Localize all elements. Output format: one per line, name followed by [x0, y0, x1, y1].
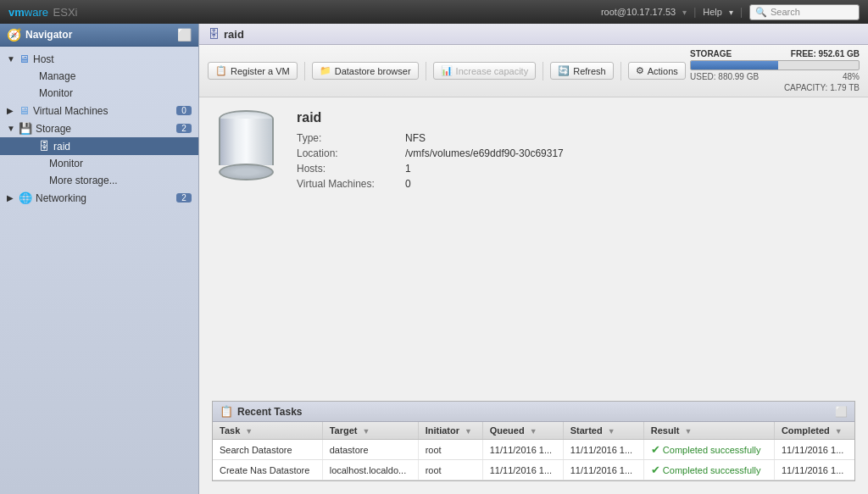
toolbar: 📋 Register a VM 📁 Datastore browser 📊 In…	[199, 45, 868, 97]
result-cell: ✔ Completed successfully	[643, 460, 774, 480]
queued-cell: 11/11/2016 1...	[482, 460, 563, 480]
vms-value: 0	[405, 178, 855, 190]
result-text: Completed successfully	[663, 445, 761, 455]
register-vm-button[interactable]: 📋 Register a VM	[208, 62, 298, 80]
sidebar-item-manage-label: Manage	[39, 70, 192, 82]
initiator-sort-icon: ▼	[465, 427, 472, 436]
result-cell: ✔ Completed successfully	[643, 440, 774, 460]
tasks-header-icon: 📋	[220, 405, 233, 418]
initiator-cell: root	[418, 440, 482, 460]
sidebar-item-manage[interactable]: Manage	[0, 68, 198, 85]
col-queued[interactable]: Queued ▼	[482, 422, 563, 440]
col-task[interactable]: Task ▼	[213, 422, 322, 440]
main-layout: 🧭 Navigator ⬜ ▼ 🖥 Host Manage Monitor	[0, 24, 868, 494]
actions-button[interactable]: ⚙ Actions	[628, 62, 686, 80]
sidebar-item-raid-label: raid	[53, 141, 192, 153]
location-label: Location:	[297, 147, 398, 159]
col-result[interactable]: Result ▼	[643, 422, 774, 440]
vms-badge: 0	[176, 106, 192, 115]
target-cell: datastore	[322, 440, 418, 460]
page-title: raid	[224, 28, 244, 41]
datastore-info-section: raid Type: NFS Location: /vmfs/volumes/e…	[212, 110, 855, 190]
content-area: 🗄 raid 📋 Register a VM 📁 Datastore brows…	[199, 24, 868, 494]
networking-toggle-icon: ▶	[7, 193, 15, 203]
increase-capacity-button[interactable]: 📊 Increase capacity	[433, 62, 537, 80]
sidebar-title: Navigator	[25, 29, 72, 41]
toolbar-sep3	[542, 62, 543, 80]
sidebar-nav-icon: 🧭	[7, 28, 21, 42]
col-target[interactable]: Target ▼	[322, 422, 418, 440]
task-cell: Search Datastore	[213, 440, 322, 460]
datastore-browser-button[interactable]: 📁 Datastore browser	[312, 62, 419, 80]
sidebar-item-storage[interactable]: ▼ 💾 Storage 2	[0, 119, 198, 137]
register-vm-icon: 📋	[215, 65, 227, 76]
type-label: Type:	[297, 132, 398, 144]
completed-cell: 11/11/2016 1...	[774, 460, 854, 480]
sidebar-item-monitor-host[interactable]: Monitor	[0, 85, 198, 102]
storage-badge: 2	[176, 124, 192, 133]
actions-icon: ⚙	[636, 65, 644, 76]
user-menu[interactable]: root@10.17.17.53	[601, 7, 676, 17]
header-controls: root@10.17.17.53 ▾ | Help ▾ | 🔍 Search	[601, 4, 860, 20]
hosts-value: 1	[405, 163, 855, 175]
storage-toggle-icon: ▼	[7, 124, 15, 133]
started-cell: 11/11/2016 1...	[563, 460, 643, 480]
refresh-label: Refresh	[573, 66, 606, 76]
sidebar-title-area: 🧭 Navigator	[7, 28, 72, 42]
sidebar-item-monitor-host-label: Monitor	[39, 87, 192, 99]
sidebar-item-raid-monitor-label: Monitor	[49, 158, 192, 169]
sidebar-item-more-storage-label: More storage...	[49, 175, 192, 186]
sidebar-tree: ▼ 🖥 Host Manage Monitor ▶ 🖥 Virtual Mach…	[0, 47, 198, 494]
sidebar-item-host[interactable]: ▼ 🖥 Host	[0, 50, 198, 68]
completed-sort-icon: ▼	[835, 427, 843, 436]
tasks-header-left: 📋 Recent Tasks	[220, 405, 302, 418]
sidebar-item-vms-label: Virtual Machines	[33, 105, 173, 117]
storage-info: STORAGE FREE: 952.61 GB USED: 880.99 GB …	[690, 49, 860, 92]
page-icon: 🗄	[208, 27, 220, 41]
sidebar-item-vms[interactable]: ▶ 🖥 Virtual Machines 0	[0, 102, 198, 119]
sidebar-item-raid[interactable]: 🗄 raid	[0, 137, 198, 155]
app-header: vmware ESXi root@10.17.17.53 ▾ | Help ▾ …	[0, 0, 868, 24]
tasks-header-title: Recent Tasks	[237, 406, 302, 418]
location-value: /vmfs/volumes/e69ddf90-30c69317	[405, 147, 855, 159]
datastore-browser-label: Datastore browser	[335, 66, 411, 76]
search-placeholder: Search	[771, 7, 800, 17]
started-cell: 11/11/2016 1...	[563, 440, 643, 460]
started-sort-icon: ▼	[608, 427, 615, 436]
storage-title-label: STORAGE	[690, 49, 732, 58]
sidebar-item-networking-label: Networking	[36, 192, 173, 204]
storage-icon: 💾	[19, 122, 32, 135]
search-box[interactable]: 🔍 Search	[749, 4, 860, 20]
table-row: Search Datastore datastore root 11/11/20…	[213, 440, 854, 460]
datastore-details: raid Type: NFS Location: /vmfs/volumes/e…	[297, 110, 855, 190]
refresh-button[interactable]: 🔄 Refresh	[550, 62, 614, 80]
vms-label: Virtual Machines:	[297, 178, 398, 190]
storage-capacity-label: CAPACITY: 1.79 TB	[690, 83, 860, 92]
sidebar-item-storage-label: Storage	[36, 123, 173, 135]
col-initiator[interactable]: Initiator ▼	[418, 422, 482, 440]
content-body: raid Type: NFS Location: /vmfs/volumes/e…	[199, 97, 868, 494]
help-menu[interactable]: Help	[703, 7, 722, 17]
task-sort-icon: ▼	[245, 427, 253, 436]
vms-toggle-icon: ▶	[7, 106, 15, 115]
vmware-logo: vmware ESXi	[8, 6, 78, 19]
sidebar-item-more-storage[interactable]: More storage...	[0, 172, 198, 189]
storage-bar-container	[690, 60, 860, 70]
sidebar-item-networking[interactable]: ▶ 🌐 Networking 2	[0, 189, 198, 207]
recent-tasks-panel: 📋 Recent Tasks ⬜ Task ▼ Target ▼ Initiat…	[212, 401, 855, 481]
networking-badge: 2	[176, 193, 192, 203]
target-sort-icon: ▼	[363, 427, 370, 436]
sidebar-minimize-button[interactable]: ⬜	[177, 28, 192, 42]
sidebar-item-raid-monitor[interactable]: Monitor	[0, 155, 198, 172]
actions-label: Actions	[648, 66, 678, 76]
datastore-browser-icon: 📁	[320, 65, 331, 76]
sidebar: 🧭 Navigator ⬜ ▼ 🖥 Host Manage Monitor	[0, 24, 199, 494]
tasks-expand-button[interactable]: ⬜	[835, 406, 848, 418]
network-icon: 🌐	[19, 191, 32, 204]
increase-capacity-icon: 📊	[441, 65, 453, 76]
col-started[interactable]: Started ▼	[563, 422, 643, 440]
tasks-table-header-row: Task ▼ Target ▼ Initiator ▼ Queued ▼ Sta…	[213, 422, 854, 440]
increase-capacity-label: Increase capacity	[456, 66, 529, 76]
register-vm-label: Register a VM	[231, 66, 290, 76]
col-completed[interactable]: Completed ▼	[774, 422, 854, 440]
